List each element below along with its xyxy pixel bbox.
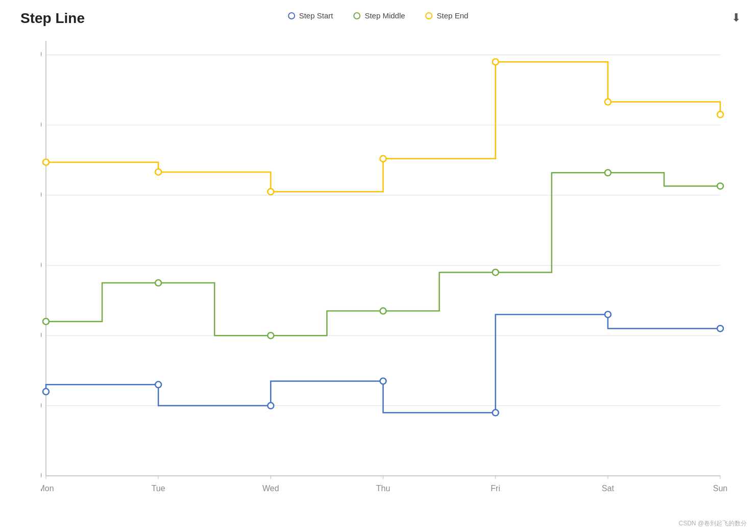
- svg-point-38: [155, 280, 161, 286]
- svg-text:100: 100: [41, 401, 42, 410]
- svg-text:Sat: Sat: [602, 484, 615, 493]
- legend-label-end: Step End: [437, 11, 469, 20]
- svg-text:500: 500: [41, 120, 42, 129]
- svg-point-39: [267, 332, 274, 338]
- legend-item-end: Step End: [426, 11, 469, 20]
- svg-text:Sun: Sun: [713, 484, 727, 493]
- svg-point-47: [380, 378, 386, 384]
- svg-text:Fri: Fri: [491, 484, 500, 493]
- svg-point-44: [43, 389, 49, 395]
- svg-point-30: [43, 159, 49, 165]
- download-button[interactable]: ⬇: [731, 11, 741, 25]
- svg-text:Tue: Tue: [152, 484, 165, 493]
- chart-container: Step Line Step Start Step Middle Step En…: [0, 0, 756, 532]
- svg-text:Wed: Wed: [262, 484, 279, 493]
- svg-text:Mon: Mon: [41, 484, 54, 493]
- svg-point-43: [717, 183, 723, 189]
- svg-point-49: [605, 311, 611, 318]
- legend-circle-start: [288, 12, 295, 19]
- svg-point-48: [493, 409, 499, 416]
- svg-point-42: [605, 170, 611, 176]
- svg-point-34: [493, 59, 499, 65]
- legend-circle-middle: [353, 12, 360, 19]
- svg-point-37: [43, 319, 49, 325]
- legend-item-middle: Step Middle: [353, 11, 405, 20]
- svg-point-40: [380, 308, 386, 314]
- legend-item-start: Step Start: [288, 11, 333, 20]
- svg-text:600: 600: [41, 50, 42, 59]
- svg-text:0: 0: [41, 471, 42, 480]
- svg-point-41: [493, 269, 499, 275]
- legend-label-middle: Step Middle: [364, 11, 405, 20]
- svg-text:Thu: Thu: [376, 484, 391, 493]
- chart-title: Step Line: [20, 10, 85, 27]
- legend-circle-end: [426, 12, 433, 19]
- svg-text:300: 300: [41, 261, 42, 270]
- svg-point-45: [155, 381, 161, 388]
- svg-point-50: [717, 325, 723, 331]
- svg-text:400: 400: [41, 190, 42, 199]
- svg-point-31: [155, 169, 161, 175]
- svg-point-36: [717, 111, 723, 117]
- watermark: CSDN @卷到起飞的数分: [678, 519, 747, 528]
- svg-point-32: [267, 188, 274, 195]
- svg-point-33: [380, 156, 386, 162]
- svg-point-46: [267, 403, 274, 409]
- svg-text:200: 200: [41, 331, 42, 340]
- chart-svg: 0100200300400500600 MonTueWedThuFriSatSu…: [41, 36, 736, 501]
- legend: Step Start Step Middle Step End: [288, 11, 469, 20]
- legend-label-start: Step Start: [299, 11, 333, 20]
- svg-point-35: [605, 99, 611, 105]
